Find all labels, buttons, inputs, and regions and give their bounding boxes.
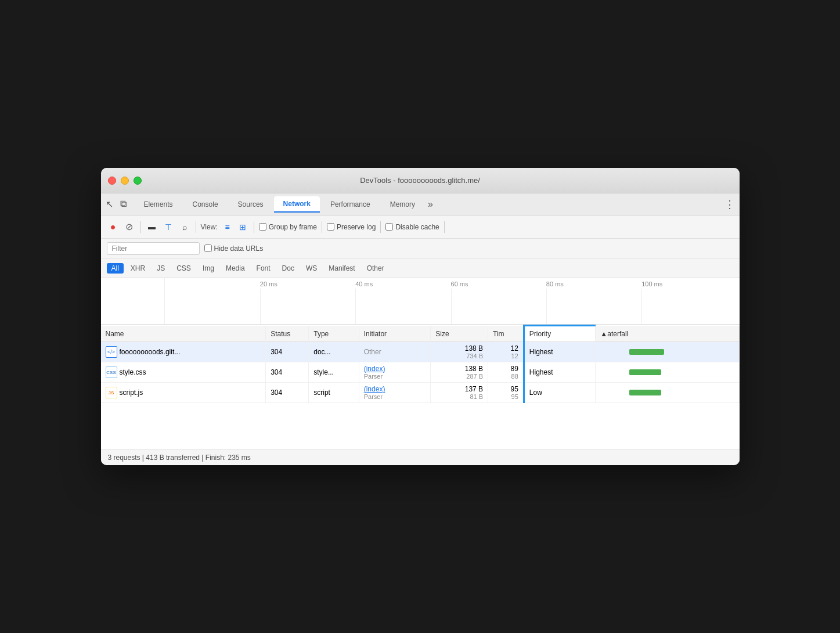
toolbar-divider-6 bbox=[444, 221, 445, 233]
filter-button[interactable]: ⊤ bbox=[162, 221, 175, 233]
cell-waterfall bbox=[596, 362, 739, 383]
filter-bar: Hide data URLs bbox=[101, 239, 740, 258]
more-tabs-button[interactable]: » bbox=[428, 199, 433, 210]
filter-input[interactable] bbox=[107, 242, 200, 255]
tab-performance[interactable]: Performance bbox=[321, 197, 380, 212]
layers-icon[interactable]: ⧉ bbox=[120, 199, 127, 210]
timeline-chart: 20 ms 40 ms 60 ms 80 ms 100 ms bbox=[165, 278, 740, 324]
tab-memory[interactable]: Memory bbox=[381, 197, 424, 212]
cell-type: style... bbox=[309, 362, 359, 383]
col-type[interactable]: Type bbox=[309, 326, 359, 342]
hide-data-urls-label: Hide data URLs bbox=[214, 244, 264, 253]
toolbar-divider-2 bbox=[196, 221, 196, 233]
network-toolbar: ● ⊘ ▬ ⊤ ⌕ View: ≡ ⊞ Group by frame Prese… bbox=[101, 215, 740, 239]
table-row[interactable]: JS script.js 304 script (index) Parser 1… bbox=[101, 383, 740, 403]
filter-img[interactable]: Img bbox=[198, 263, 219, 274]
filter-media[interactable]: Media bbox=[221, 263, 250, 274]
cell-size: 137 B81 B bbox=[431, 383, 488, 403]
table-row[interactable]: </> fooooooooods.glit... 304 doc... Othe… bbox=[101, 342, 740, 362]
tab-bar: ↖ ⧉ Elements Console Sources Network Per… bbox=[101, 193, 740, 215]
kebab-menu-button[interactable]: ⋮ bbox=[724, 198, 735, 211]
resource-name: script.js bbox=[120, 389, 143, 397]
cell-size: 138 B287 B bbox=[431, 362, 488, 383]
waterfall-bar bbox=[629, 390, 661, 395]
col-priority[interactable]: Priority bbox=[524, 326, 596, 342]
initiator-sub: Parser bbox=[364, 393, 426, 400]
close-button[interactable] bbox=[108, 177, 116, 185]
initiator-link[interactable]: (index) bbox=[364, 365, 385, 373]
group-by-frame-toggle: Group by frame bbox=[259, 223, 317, 231]
view-label: View: bbox=[201, 223, 218, 231]
toolbar-divider-4 bbox=[322, 221, 322, 233]
search-button[interactable]: ⌕ bbox=[178, 221, 191, 233]
preserve-log-toggle: Preserve log bbox=[327, 223, 376, 231]
cell-status: 304 bbox=[266, 342, 309, 362]
disable-cache-checkbox[interactable] bbox=[385, 223, 393, 231]
list-view-button[interactable]: ≡ bbox=[221, 221, 234, 233]
cursor-icon[interactable]: ↖ bbox=[106, 199, 113, 210]
cell-initiator: (index) Parser bbox=[359, 383, 431, 403]
waterfall-label: ▲aterfall bbox=[600, 330, 628, 338]
hide-data-urls-checkbox[interactable] bbox=[204, 244, 212, 252]
group-by-frame-label: Group by frame bbox=[269, 223, 317, 231]
traffic-lights bbox=[108, 177, 142, 185]
maximize-button[interactable] bbox=[134, 177, 142, 185]
cell-status: 304 bbox=[266, 362, 309, 383]
col-initiator[interactable]: Initiator bbox=[359, 326, 431, 342]
preserve-log-checkbox[interactable] bbox=[327, 223, 334, 231]
col-waterfall[interactable]: ▲aterfall bbox=[596, 326, 739, 342]
filter-font[interactable]: Font bbox=[252, 263, 275, 274]
col-name[interactable]: Name bbox=[101, 326, 266, 342]
hide-data-urls-toggle: Hide data URLs bbox=[204, 244, 264, 253]
filter-manifest[interactable]: Manifest bbox=[324, 263, 359, 274]
tab-sources[interactable]: Sources bbox=[229, 197, 273, 212]
col-time[interactable]: Tim bbox=[488, 326, 524, 342]
cell-priority: Low bbox=[524, 383, 596, 403]
cell-type: doc... bbox=[309, 342, 359, 362]
record-button[interactable]: ● bbox=[107, 221, 120, 233]
filter-js[interactable]: JS bbox=[152, 263, 170, 274]
filter-ws[interactable]: WS bbox=[301, 263, 322, 274]
group-by-frame-checkbox[interactable] bbox=[259, 223, 266, 231]
col-status[interactable]: Status bbox=[266, 326, 309, 342]
cell-initiator: (index) Parser bbox=[359, 362, 431, 383]
filter-doc[interactable]: Doc bbox=[277, 263, 299, 274]
timeline-labels-col bbox=[101, 278, 165, 324]
screenshot-button[interactable]: ▬ bbox=[146, 221, 158, 233]
filter-other[interactable]: Other bbox=[362, 263, 389, 274]
toolbar-divider-1 bbox=[140, 221, 141, 233]
table-row[interactable]: CSS style.css 304 style... (index) Parse… bbox=[101, 362, 740, 383]
cell-initiator: Other bbox=[359, 342, 431, 362]
filter-all[interactable]: All bbox=[107, 263, 124, 274]
disable-cache-toggle: Disable cache bbox=[385, 223, 439, 231]
clear-button[interactable]: ⊘ bbox=[123, 221, 136, 233]
resource-name: fooooooooods.glit... bbox=[120, 348, 181, 356]
js-icon: JS bbox=[106, 387, 117, 398]
initiator-sub: Parser bbox=[364, 373, 426, 380]
table-row-empty bbox=[101, 403, 740, 449]
title-bar: DevTools - fooooooooods.glitch.me/ bbox=[101, 168, 740, 193]
tree-view-button[interactable]: ⊞ bbox=[236, 221, 249, 233]
css-icon: CSS bbox=[106, 366, 117, 378]
cell-time: 1212 bbox=[488, 342, 524, 362]
tab-elements[interactable]: Elements bbox=[135, 197, 182, 212]
tab-console[interactable]: Console bbox=[183, 197, 228, 212]
status-bar: 3 requests | 413 B transferred | Finish:… bbox=[101, 449, 740, 465]
waterfall-bar bbox=[629, 349, 664, 355]
tick-20ms: 20 ms bbox=[260, 278, 277, 287]
cell-time: 8988 bbox=[488, 362, 524, 383]
cell-name: CSS style.css bbox=[101, 362, 266, 383]
tab-network[interactable]: Network bbox=[274, 196, 320, 213]
col-size[interactable]: Size bbox=[431, 326, 488, 342]
cell-status: 304 bbox=[266, 383, 309, 403]
initiator-link[interactable]: (index) bbox=[364, 385, 385, 393]
cell-name: </> fooooooooods.glit... bbox=[101, 342, 266, 362]
tick-60ms: 60 ms bbox=[451, 278, 468, 287]
minimize-button[interactable] bbox=[121, 177, 129, 185]
filter-xhr[interactable]: XHR bbox=[126, 263, 150, 274]
filter-css[interactable]: CSS bbox=[172, 263, 196, 274]
tick-80ms: 80 ms bbox=[546, 278, 564, 287]
window-title: DevTools - fooooooooods.glitch.me/ bbox=[360, 176, 480, 185]
table-header-row: Name Status Type Initiator Size Tim Prio… bbox=[101, 326, 740, 342]
status-text: 3 requests | 413 B transferred | Finish:… bbox=[108, 454, 251, 462]
